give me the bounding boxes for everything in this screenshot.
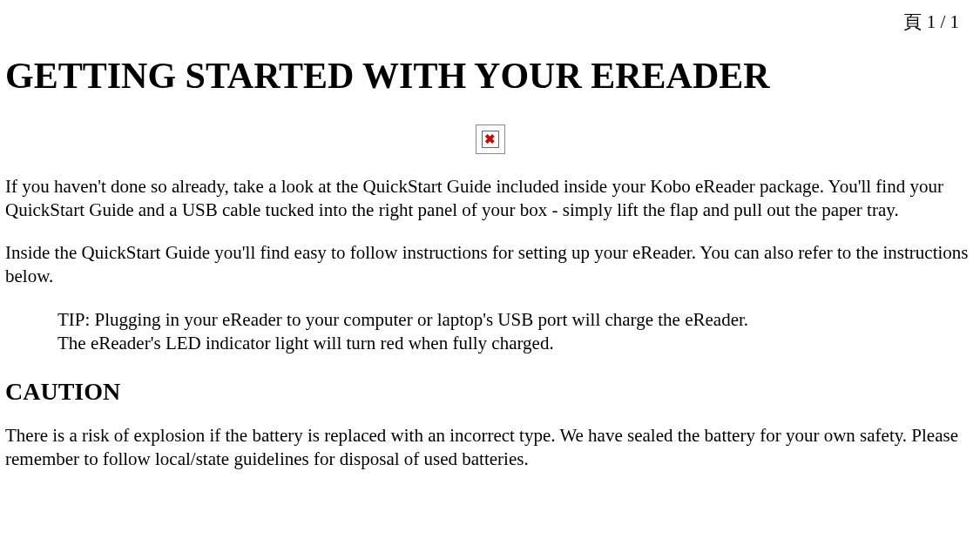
page-indicator: 頁 1 / 1 <box>903 10 959 34</box>
page-title: GETTING STARTED WITH YOUR EREADER <box>5 52 975 100</box>
broken-image-icon: ✖ <box>476 125 505 154</box>
caution-paragraph: There is a risk of explosion if the batt… <box>5 424 975 472</box>
image-placeholder-wrap: ✖ <box>5 125 975 154</box>
caution-heading: CAUTION <box>5 376 975 407</box>
tip-line-2: The eReader's LED indicator light will t… <box>57 332 975 355</box>
tip-block: TIP: Plugging in your eReader to your co… <box>5 308 975 356</box>
intro-paragraph-1: If you haven't done so already, take a l… <box>5 175 975 223</box>
intro-paragraph-2: Inside the QuickStart Guide you'll find … <box>5 241 975 289</box>
broken-image-mark: ✖ <box>482 131 499 148</box>
tip-line-1: TIP: Plugging in your eReader to your co… <box>57 308 975 332</box>
document-content: GETTING STARTED WITH YOUR EREADER ✖ If y… <box>0 0 980 471</box>
